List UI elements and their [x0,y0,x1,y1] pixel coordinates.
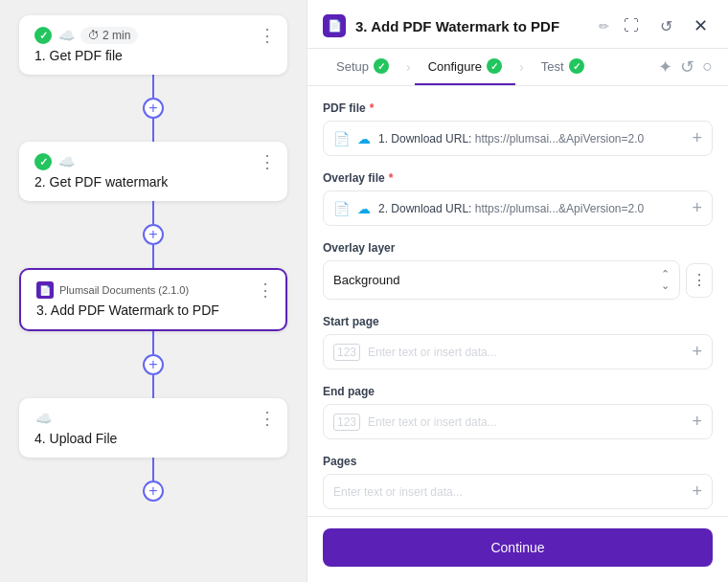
pdf-file-add-btn[interactable]: + [692,128,702,148]
search-icon[interactable]: ○ [702,56,713,78]
check-badge-2 [34,153,52,170]
overlay-layer-row: Background ⋮ [323,260,713,300]
pdf-file-label: PDF file * [323,101,713,115]
pages-placeholder: Enter text or insert data... [333,485,684,499]
panel-step-icon: 📄 [323,14,346,37]
panel-footer: Continue [307,516,728,582]
connector-2: + [143,201,164,268]
tab-test-check: ✓ [569,58,584,74]
onedrive-icon-2: ☁️ [57,153,75,170]
tab-arrow-2: › [515,59,528,75]
connector-line-3b [152,375,154,398]
end-page-row[interactable]: 123 Enter text or insert data... + [323,404,713,439]
doc-icon-2: 📄 [333,201,350,216]
tab-setup[interactable]: Setup ✓ [323,49,402,85]
right-panel: 📄 3. Add PDF Watermark to PDF ✏ ⛶ ↺ ✕ Se… [307,0,728,582]
overlay-file-add-btn[interactable]: + [692,198,702,218]
tabs-row: Setup ✓ › Configure ✓ › Test ✓ ✦ ↺ ○ [307,49,728,86]
start-page-row[interactable]: 123 Enter text or insert data... + [323,334,713,369]
card-menu-2[interactable]: ⋮ [259,153,276,170]
end-page-placeholder: Enter text or insert data... [368,415,684,429]
pages-group: Pages Enter text or insert data... + [323,455,713,509]
refresh-icon[interactable]: ↺ [653,13,678,38]
card-get-pdf[interactable]: ☁️ ⏱ 2 min 1. Get PDF file ⋮ [19,15,287,75]
card-title-3: 3. Add PDF Watermark to PDF [36,302,270,318]
panel-header: 📄 3. Add PDF Watermark to PDF ✏ ⛶ ↺ ✕ [307,0,728,49]
card-menu-3[interactable]: ⋮ [257,281,274,299]
continue-button[interactable]: Continue [323,528,713,567]
overlay-layer-menu-btn[interactable]: ⋮ [686,263,713,298]
plumsail-icon: 📄 [36,281,54,299]
pdf-file-value: 1. Download URL: https://plumsai...&ApiV… [378,132,684,146]
overlay-file-group: Overlay file * 📄 ☁ 2. Download URL: http… [323,171,713,226]
add-step-3[interactable]: + [143,354,164,375]
timer-badge: ⏱ 2 min [80,27,138,44]
edit-title-icon[interactable]: ✏ [599,19,609,34]
card-title-1: 1. Get PDF file [34,48,272,63]
add-step-1[interactable]: + [143,98,164,119]
start-page-label: Start page [323,315,713,328]
tab-test[interactable]: Test ✓ [528,49,598,85]
overlay-file-required: * [389,171,394,185]
tab-configure-label: Configure [428,59,482,74]
overlay-layer-value: Background [333,273,661,287]
end-page-label: End page [323,385,713,398]
card-menu-4[interactable]: ⋮ [259,410,276,427]
tab-configure[interactable]: Configure ✓ [415,49,515,85]
tab-actions: ✦ ↺ ○ [658,56,713,78]
sparkle-icon[interactable]: ✦ [658,56,672,78]
check-badge-1 [34,27,52,44]
overlay-file-label: Overlay file * [323,171,713,185]
card-add-watermark[interactable]: 📄 Plumsail Documents (2.1.0) 3. Add PDF … [19,268,287,331]
tab-configure-check: ✓ [487,58,502,74]
connector-1: + [143,75,164,142]
card-title-2: 2. Get PDF watermark [34,174,272,190]
start-page-add-btn[interactable]: + [692,342,702,362]
pdf-file-group: PDF file * 📄 ☁ 1. Download URL: https://… [323,101,713,156]
end-page-group: End page 123 Enter text or insert data..… [323,385,713,439]
tab-setup-check: ✓ [374,58,389,74]
panel-title: 3. Add PDF Watermark to PDF [355,18,585,34]
numeric-icon-1: 123 [333,344,360,361]
onedrive-icon-4: ☁️ [34,410,52,427]
cloud-icon-2: ☁ [357,201,371,216]
card-title-4: 4. Upload File [34,431,272,446]
connector-line-1 [152,75,154,98]
connector-line-2 [152,201,154,224]
chevron-updown-icon [661,269,670,291]
tab-arrow-1: › [402,59,415,75]
connector-line-3 [152,331,154,354]
header-actions: ⛶ ↺ ✕ [619,13,713,38]
overlay-file-row[interactable]: 📄 ☁ 2. Download URL: https://plumsai...&… [323,190,713,226]
pages-row[interactable]: Enter text or insert data... + [323,474,713,509]
connector-4: + [143,458,164,502]
add-step-2[interactable]: + [143,224,164,245]
expand-icon[interactable]: ⛶ [619,13,644,38]
connector-line-1b [152,119,154,142]
card-upload-file[interactable]: ☁️ 4. Upload File ⋮ [19,398,287,458]
overlay-layer-label: Overlay layer [323,241,713,255]
end-page-add-btn[interactable]: + [692,412,702,432]
close-button[interactable]: ✕ [688,13,713,38]
doc-icon-1: 📄 [333,131,350,146]
connector-line-2b [152,245,154,268]
pdf-file-required: * [370,101,375,115]
pages-add-btn[interactable]: + [692,481,702,502]
add-step-4[interactable]: + [143,481,164,502]
panel-body: PDF file * 📄 ☁ 1. Download URL: https://… [307,86,728,516]
pages-label: Pages [323,455,713,468]
card-menu-1[interactable]: ⋮ [259,27,276,44]
numeric-icon-2: 123 [333,414,360,431]
left-panel: ☁️ ⏱ 2 min 1. Get PDF file ⋮ + ☁️ 2. Get… [0,0,307,582]
card-subtitle-3: Plumsail Documents (2.1.0) [59,284,189,296]
timer-icon: ⏱ [88,29,100,42]
undo-icon[interactable]: ↺ [680,56,694,78]
pdf-file-row[interactable]: 📄 ☁ 1. Download URL: https://plumsai...&… [323,121,713,156]
cloud-icon-1: ☁ [357,131,371,146]
overlay-layer-select[interactable]: Background [323,260,680,300]
card-get-watermark[interactable]: ☁️ 2. Get PDF watermark ⋮ [19,142,287,201]
start-page-placeholder: Enter text or insert data... [368,346,684,359]
start-page-group: Start page 123 Enter text or insert data… [323,315,713,369]
tab-setup-label: Setup [336,59,369,74]
overlay-file-value: 2. Download URL: https://plumsai...&ApiV… [378,202,684,215]
